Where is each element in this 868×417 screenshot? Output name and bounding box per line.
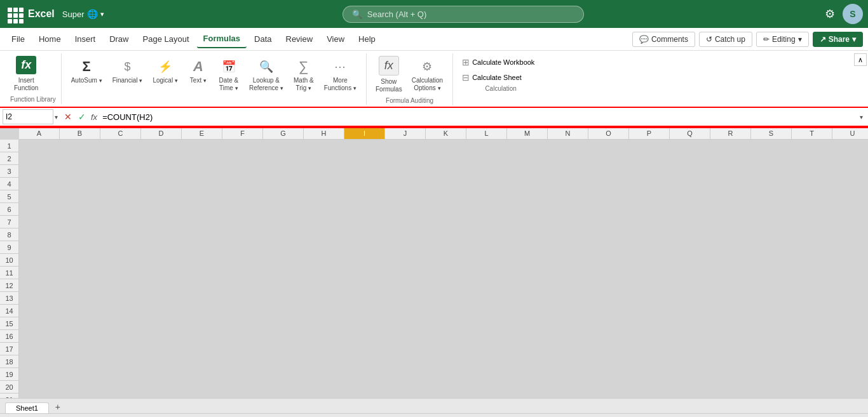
col-header-p: P — [629, 127, 670, 139]
formula-input[interactable] — [100, 112, 857, 122]
row-num-19: 19 — [0, 368, 18, 381]
rows-area: 1 2 3 4 5 6 7 8 9 10 11 12 13 14 15 16 1… — [0, 140, 868, 398]
auditing-buttons: fx ShowFormulas ⚙ CalculationOptions ▾ — [372, 53, 447, 96]
col-header-o: O — [588, 127, 629, 139]
calculate-sheet-button[interactable]: ⊟ Calculate Sheet — [458, 71, 526, 84]
cell-reference: I2 — [6, 112, 12, 121]
logical-label: Logical ▾ — [153, 77, 177, 84]
menu-draw[interactable]: Draw — [103, 30, 135, 48]
lookup-label: Lookup &Reference ▾ — [249, 77, 283, 92]
title-bar: Excel Super 🌐 ▾ 🔍 Search (Alt + Q) ⚙ S — [0, 0, 868, 28]
insert-function-buttons: fx InsertFunction — [10, 53, 42, 95]
share-dropdown-icon: ▾ — [852, 35, 856, 44]
col-header-r: R — [710, 127, 751, 139]
column-headers: A B C D E F G H I J K L M N O P Q R S T … — [19, 127, 868, 140]
settings-button[interactable]: ⚙ — [822, 4, 837, 23]
functions-group-name — [67, 95, 361, 105]
row-num-10: 10 — [0, 254, 18, 267]
more-functions-label: MoreFunctions ▾ — [324, 77, 356, 92]
row-num-4: 4 — [0, 178, 18, 190]
col-header-q: Q — [670, 127, 710, 139]
catchup-icon: ↺ — [706, 35, 712, 44]
insert-function-label: InsertFunction — [14, 77, 38, 92]
formula-expand-button[interactable]: ▾ — [857, 114, 865, 121]
col-header-m: M — [507, 127, 548, 139]
menu-insert[interactable]: Insert — [69, 30, 102, 48]
financial-icon: $ — [118, 56, 138, 77]
formula-controls: ✕ ✓ — [62, 112, 88, 122]
logical-button[interactable]: ⚡ Logical ▾ — [148, 53, 182, 88]
autosum-icon: Σ — [76, 56, 97, 77]
ribbon-group-auditing: fx ShowFormulas ⚙ CalculationOptions ▾ F… — [367, 53, 453, 105]
col-header-n: N — [548, 127, 588, 139]
ribbon: fx InsertFunction Function Library Σ Aut… — [0, 51, 868, 108]
calculation-options-icon: ⚙ — [417, 56, 437, 77]
menu-formulas[interactable]: Formulas — [197, 30, 247, 48]
row-numbers: 1 2 3 4 5 6 7 8 9 10 11 12 13 14 15 16 1… — [0, 140, 19, 398]
menu-bar: File Home Insert Draw Page Layout Formul… — [0, 28, 868, 51]
menu-pagelayout[interactable]: Page Layout — [137, 30, 196, 48]
col-header-d: D — [141, 127, 182, 139]
comments-button[interactable]: 💬 Comments — [632, 32, 695, 47]
add-sheet-button[interactable]: + — [51, 400, 64, 413]
name-box[interactable]: I2 — [3, 109, 53, 124]
text-button[interactable]: A Text ▾ — [184, 53, 213, 88]
col-header-l: L — [466, 127, 507, 139]
confirm-formula-button[interactable]: ✓ — [76, 112, 88, 122]
menu-data[interactable]: Data — [248, 30, 278, 48]
more-functions-button[interactable]: ⋯ MoreFunctions ▾ — [320, 53, 361, 95]
lookup-icon: 🔍 — [256, 56, 276, 77]
row-num-3: 3 — [0, 165, 18, 178]
status-bar: Calculation Mode: Automatic Workbook Sta… — [0, 413, 868, 417]
row-num-21: 21 — [0, 394, 18, 398]
app-launcher-button[interactable] — [5, 5, 23, 23]
fx-label: fx — [91, 112, 97, 122]
math-label: Math &Trig ▾ — [294, 77, 314, 92]
row-num-12: 12 — [0, 279, 18, 292]
lookup-button[interactable]: 🔍 Lookup &Reference ▾ — [245, 53, 288, 95]
comment-icon: 💬 — [639, 35, 649, 44]
sheet-tab-active[interactable]: Sheet1 — [5, 402, 49, 413]
insert-function-button[interactable]: fx InsertFunction — [10, 53, 42, 95]
menu-view[interactable]: View — [320, 30, 351, 48]
sheet-tabs-bar: Sheet1 + — [0, 398, 868, 413]
menu-file[interactable]: File — [5, 30, 31, 48]
datetime-button[interactable]: 📅 Date &Time ▾ — [214, 53, 243, 95]
autosum-label: AutoSum ▾ — [71, 77, 102, 84]
cells-area[interactable] — [19, 140, 868, 398]
col-header-s: S — [751, 127, 792, 139]
financial-label: Financial ▾ — [112, 77, 143, 84]
menu-help[interactable]: Help — [352, 30, 382, 48]
ribbon-groups: fx InsertFunction Function Library Σ Aut… — [5, 53, 863, 105]
datetime-icon: 📅 — [219, 56, 239, 77]
share-button[interactable]: ↗ Share ▾ — [813, 32, 863, 47]
col-header-c: C — [100, 127, 141, 139]
menu-home[interactable]: Home — [32, 30, 67, 48]
catchup-button[interactable]: ↺ Catch up — [699, 32, 752, 47]
calculate-workbook-button[interactable]: ⊞ Calculate Workbook — [458, 56, 538, 69]
row-num-5: 5 — [0, 190, 18, 203]
math-icon: ∑ — [294, 56, 314, 77]
name-box-dropdown[interactable]: ▾ — [53, 114, 59, 121]
share-icon: ↗ — [820, 35, 826, 44]
workbook-title: Super — [62, 10, 85, 19]
search-box[interactable]: 🔍 Search (Alt + Q) — [342, 6, 584, 23]
ribbon-collapse-button[interactable]: ∧ — [854, 53, 867, 66]
editing-button[interactable]: ✏ Editing ▾ — [756, 32, 809, 47]
avatar[interactable]: S — [843, 4, 863, 24]
calculation-options-button[interactable]: ⚙ CalculationOptions ▾ — [407, 53, 447, 95]
row-num-20: 20 — [0, 381, 18, 394]
math-button[interactable]: ∑ Math &Trig ▾ — [289, 53, 318, 95]
col-header-i: I — [344, 127, 385, 139]
spreadsheet: A B C D E F G H I J K L M N O P Q R S T … — [0, 127, 868, 398]
col-header-j: J — [385, 127, 426, 139]
row-num-8: 8 — [0, 228, 18, 241]
show-formulas-button[interactable]: fx ShowFormulas — [372, 53, 406, 96]
financial-button[interactable]: $ Financial ▾ — [108, 53, 147, 88]
menu-review[interactable]: Review — [280, 30, 320, 48]
cancel-formula-button[interactable]: ✕ — [62, 112, 74, 122]
autosum-button[interactable]: Σ AutoSum ▾ — [67, 53, 107, 88]
ribbon-group-calculation: ⊞ Calculate Workbook ⊟ Calculate Sheet C… — [453, 53, 548, 93]
datetime-label: Date &Time ▾ — [219, 77, 239, 92]
logical-icon: ⚡ — [155, 56, 175, 77]
